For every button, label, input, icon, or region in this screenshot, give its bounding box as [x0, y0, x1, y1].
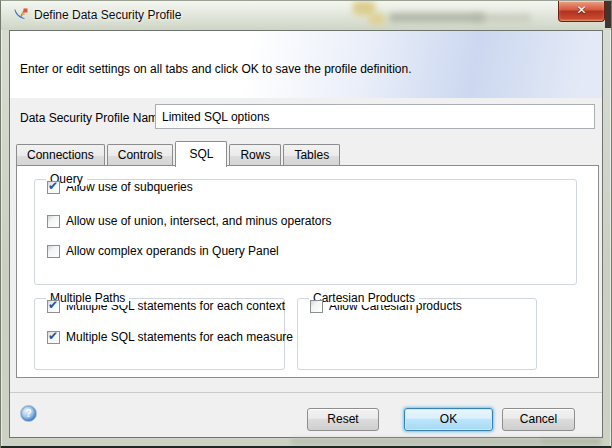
tab-controls[interactable]: Controls	[107, 144, 174, 166]
checkbox-icon: ✔	[47, 181, 60, 194]
checkbox-icon: ✔	[47, 331, 60, 344]
checkbox-icon	[47, 215, 60, 228]
checkbox-icon	[310, 300, 323, 313]
sql-tab-panel: Query ✔ Allow use of subqueries Allow us…	[16, 165, 599, 378]
window-title: Define Data Security Profile	[34, 8, 181, 22]
cartesian-products-group: Cartesian Products Allow Cartesian produ…	[297, 298, 537, 370]
cancel-button[interactable]: Cancel	[502, 408, 575, 431]
checkbox-icon: ✔	[47, 300, 60, 313]
checkbox-allow-union-intersect-minus[interactable]: Allow use of union, intersect, and minus…	[47, 214, 576, 228]
checkbox-allow-complex-operands[interactable]: Allow complex operands in Query Panel	[47, 244, 576, 258]
instruction-text: Enter or edit settings on all tabs and c…	[20, 62, 412, 76]
dialog-client-area: Enter or edit settings on all tabs and c…	[9, 30, 603, 438]
dialog-window: Define Data Security Profile ✕ Enter or …	[0, 0, 612, 448]
tab-connections[interactable]: Connections	[16, 144, 105, 166]
glass-frame-blotch	[291, 438, 541, 445]
reset-button[interactable]: Reset	[307, 408, 379, 431]
tab-sql[interactable]: SQL	[175, 141, 227, 167]
background-text-blob	[471, 14, 531, 22]
checkbox-multiple-sql-measure[interactable]: ✔ Multiple SQL statements for each measu…	[47, 330, 284, 344]
cartesian-products-group-title: Cartesian Products	[309, 291, 419, 305]
checkbox-label: Allow use of union, intersect, and minus…	[66, 214, 331, 228]
checkbox-label: Multiple SQL statements for each measure	[66, 330, 293, 344]
checkbox-allow-subqueries[interactable]: ✔ Allow use of subqueries	[47, 180, 576, 194]
checkbox-label: Allow complex operands in Query Panel	[66, 244, 279, 258]
profile-name-input[interactable]	[155, 104, 595, 129]
checkbox-icon	[47, 245, 60, 258]
title-bar[interactable]: Define Data Security Profile ✕	[1, 1, 612, 30]
query-group: Query ✔ Allow use of subqueries Allow us…	[34, 179, 577, 285]
help-icon[interactable]: ?	[20, 405, 37, 422]
profile-name-label: Data Security Profile Name	[20, 111, 165, 125]
glass-frame-blotch	[541, 438, 601, 445]
header-banner: Enter or edit settings on all tabs and c…	[10, 31, 602, 98]
check-icon: ✔	[48, 329, 58, 343]
footer-separator	[10, 392, 602, 393]
tab-bar: Connections Controls SQL Rows Tables	[16, 139, 342, 166]
tab-rows[interactable]: Rows	[229, 144, 281, 166]
close-button[interactable]: ✕	[558, 1, 605, 22]
tab-tables[interactable]: Tables	[283, 144, 340, 166]
app-icon	[12, 7, 29, 24]
background-folder-blob	[369, 13, 385, 25]
check-icon: ✔	[48, 298, 58, 312]
close-icon: ✕	[576, 3, 586, 17]
check-icon: ✔	[48, 179, 58, 193]
background-window-edge	[605, 1, 612, 28]
multiple-paths-group: Multiple Paths ✔ Multiple SQL statements…	[34, 298, 285, 370]
ok-button[interactable]: OK	[404, 408, 493, 431]
